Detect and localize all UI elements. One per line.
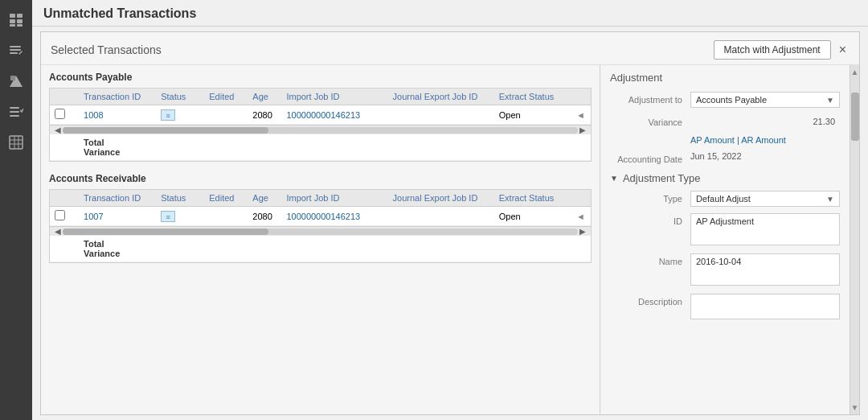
ap-row1-checkbox <box>50 105 79 125</box>
ap-ar-amount-link[interactable]: AP Amount | AR Amount <box>690 135 786 145</box>
ap-scroll-track[interactable] <box>63 127 578 134</box>
ar-total-values <box>156 236 591 262</box>
ar-row1-txid[interactable]: 1007 <box>79 207 156 226</box>
ar-col-journalexport[interactable]: Journal Export Job ID <box>388 190 494 207</box>
ap-total-cell <box>50 134 79 161</box>
edit-icon[interactable] <box>2 37 30 64</box>
adjustment-to-dropdown[interactable]: Accounts Payable ▼ <box>690 92 840 108</box>
ap-total-label: Total Variance <box>79 134 156 161</box>
ap-ar-amount-row: AP Amount | AR Amount <box>610 135 840 145</box>
accounts-payable-table: Transaction ID Status Edited Age Import … <box>50 89 591 125</box>
scrollbar-thumb <box>851 93 859 141</box>
ar-row1-age: 2080 <box>248 207 281 226</box>
type-dropdown-value: Default Adjust <box>696 194 751 204</box>
table-icon[interactable] <box>2 129 30 156</box>
type-dropdown[interactable]: Default Adjust ▼ <box>690 191 840 207</box>
table-row: 1008 ≡ 2080 100000000146213 Open ◄ <box>50 105 591 125</box>
ar-scroll-track[interactable] <box>63 229 578 235</box>
accounts-receivable-table-wrapper: Transaction ID Status Edited Age Import … <box>49 189 592 263</box>
scrollbar-down-arrow[interactable]: ▼ <box>851 403 859 414</box>
ap-row1-status: ≡ <box>156 105 204 125</box>
shapes-icon[interactable] <box>2 68 30 95</box>
ap-col-status[interactable]: Status <box>156 89 204 105</box>
accounts-payable-table-wrapper: Transaction ID Status Edited Age Import … <box>49 88 592 162</box>
ar-col-status[interactable]: Status <box>156 190 204 207</box>
adjustment-to-dropdown-value: Accounts Payable <box>696 95 767 105</box>
ar-total-label: Total Variance <box>79 236 156 262</box>
ap-row1-age: 2080 <box>248 105 281 125</box>
ap-total-text: Total <box>84 138 151 147</box>
grid-icon[interactable] <box>2 6 30 34</box>
selected-transactions-dialog: Selected Transactions Match with Adjustm… <box>40 31 860 415</box>
ar-row1-edited <box>204 207 248 226</box>
ar-horizontal-scrollbar[interactable]: ◀ ▶ <box>50 226 591 236</box>
name-textarea[interactable] <box>690 253 840 286</box>
ar-row1-importjob[interactable]: 100000000146213 <box>281 207 387 226</box>
collapse-icon[interactable]: ▼ <box>610 174 618 183</box>
ap-col-extra <box>571 89 591 105</box>
ar-row1-status: ≡ <box>156 207 204 226</box>
ar-scroll-right[interactable]: ▶ <box>578 227 588 236</box>
ap-header-row: Transaction ID Status Edited Age Import … <box>50 89 591 105</box>
ap-col-importjob[interactable]: Import Job ID <box>281 89 387 105</box>
ar-row1-journalexport <box>388 207 494 226</box>
svg-rect-5 <box>17 24 23 27</box>
dialog-actions: Match with Adjustment × <box>714 40 850 60</box>
ar-col-txid[interactable]: Transaction ID <box>79 190 156 207</box>
ap-total-variance-table: Total Variance <box>50 134 591 161</box>
ar-variance-text: Variance <box>84 249 151 258</box>
accounting-date-row: Accounting Date Jun 15, 2022 <box>610 151 840 164</box>
id-textarea[interactable] <box>690 213 840 245</box>
match-with-adjustment-button[interactable]: Match with Adjustment <box>714 40 831 60</box>
ap-col-edited[interactable]: Edited <box>204 89 248 105</box>
scrollbar-up-arrow[interactable]: ▲ <box>851 65 859 76</box>
ap-row1-txid[interactable]: 1008 <box>79 105 156 125</box>
svg-rect-7 <box>10 49 21 51</box>
ar-col-age[interactable]: Age <box>248 190 281 207</box>
dialog-header: Selected Transactions Match with Adjustm… <box>41 32 859 65</box>
right-scrollbar[interactable]: ▲ ▼ <box>850 65 859 414</box>
adjustment-to-label: Adjustment to <box>610 92 690 105</box>
page-title: Unmatched Transactions <box>43 6 196 20</box>
ar-col-importjob[interactable]: Import Job ID <box>281 190 387 207</box>
ap-total-values <box>156 134 591 161</box>
list-check-icon[interactable] <box>2 98 30 126</box>
ap-row1-edited <box>204 105 248 125</box>
id-label: ID <box>610 213 690 226</box>
ar-col-edited[interactable]: Edited <box>204 190 248 207</box>
ap-scroll-right[interactable]: ▶ <box>578 126 588 134</box>
dialog-body: Accounts Payable Transaction ID <box>41 65 859 414</box>
ap-variance-text: Variance <box>84 147 151 157</box>
description-textarea[interactable] <box>690 294 840 319</box>
ar-scroll-left[interactable]: ◀ <box>53 227 63 236</box>
svg-rect-13 <box>10 111 19 113</box>
ap-col-txid[interactable]: Transaction ID <box>79 89 156 105</box>
ar-col-extractstatus[interactable]: Extract Status <box>494 190 571 207</box>
svg-rect-2 <box>10 19 15 23</box>
ap-row1-extra: ◄ <box>571 105 591 125</box>
id-row: ID <box>610 213 840 247</box>
ap-col-checkbox <box>50 89 79 105</box>
ar-col-extra <box>571 190 591 207</box>
svg-rect-6 <box>10 46 21 47</box>
description-label: Description <box>610 294 690 307</box>
svg-rect-0 <box>10 14 15 18</box>
ap-horizontal-scrollbar[interactable]: ◀ ▶ <box>50 125 591 134</box>
svg-rect-4 <box>10 24 15 27</box>
ar-row1-checkbox-input[interactable] <box>55 210 65 220</box>
adjustment-type-title: Adjustment Type <box>623 172 701 184</box>
ap-row1-importjob[interactable]: 100000000146213 <box>281 105 387 125</box>
ar-total-cell <box>50 236 79 262</box>
ap-col-extractstatus[interactable]: Extract Status <box>494 89 571 105</box>
ar-section: Accounts Receivable Transa <box>49 173 592 263</box>
ap-col-age[interactable]: Age <box>248 89 281 105</box>
ap-col-journalexport[interactable]: Journal Export Job ID <box>388 89 494 105</box>
ap-scroll-left[interactable]: ◀ <box>53 126 63 134</box>
ar-total-variance-row: Total Variance <box>50 236 591 262</box>
adjustment-panel: Adjustment Adjustment to Accounts Payabl… <box>600 65 850 414</box>
ar-row1-extractstatus: Open <box>494 207 571 226</box>
svg-rect-3 <box>17 19 23 23</box>
close-button[interactable]: × <box>836 43 850 56</box>
accounts-receivable-section-title: Accounts Receivable <box>49 173 592 184</box>
ap-row1-checkbox-input[interactable] <box>55 109 65 119</box>
